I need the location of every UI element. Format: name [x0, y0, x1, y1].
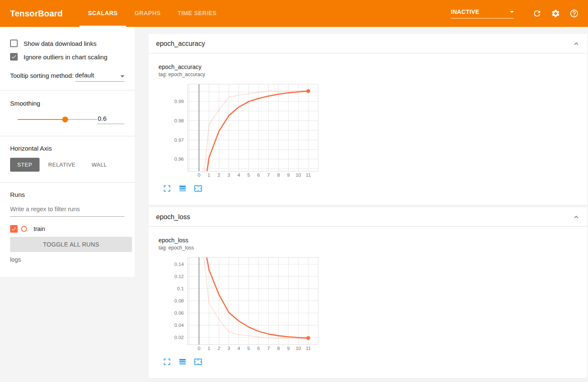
section-header-epoch-accuracy[interactable]: epoch_accuracy [148, 34, 587, 53]
divider [0, 182, 135, 183]
run-train-label: train [34, 225, 45, 232]
runs-label: Runs [10, 191, 124, 198]
svg-text:0: 0 [198, 172, 200, 178]
svg-text:1: 1 [208, 172, 210, 178]
tab-time-series[interactable]: TIME SERIES [169, 0, 225, 27]
chart-tag: tag: epoch_loss [159, 245, 587, 251]
show-download-links-label: Show data download links [24, 40, 96, 47]
tab-graphs[interactable]: GRAPHS [126, 0, 169, 27]
settings-gear-icon[interactable] [551, 9, 560, 18]
axis-step-button[interactable]: STEP [10, 158, 40, 172]
svg-text:0.02: 0.02 [175, 335, 184, 340]
chart-tag: tag: epoch_accuracy [159, 72, 587, 77]
slider-thumb[interactable] [62, 117, 68, 122]
svg-text:0.98: 0.98 [175, 118, 184, 123]
tooltip-sorting-row: Tooltip sorting method: default [10, 72, 124, 82]
slider-fill [18, 119, 65, 120]
divider [0, 90, 135, 90]
svg-text:7: 7 [267, 346, 270, 351]
tooltip-sorting-value: default [75, 72, 94, 79]
svg-text:11: 11 [306, 172, 311, 178]
help-question-icon[interactable] [569, 9, 579, 18]
run-train-checkbox[interactable] [10, 225, 18, 233]
run-row-train[interactable]: train [10, 224, 124, 233]
fit-domain-overscan-icon[interactable] [194, 184, 202, 193]
show-download-links-row[interactable]: Show data download links [10, 39, 124, 48]
app-toolbar: TensorBoard SCALARS GRAPHS TIME SERIES I… [0, 0, 588, 27]
dashboard-tabs: SCALARS GRAPHS TIME SERIES [79, 0, 225, 27]
chart-title: epoch_loss [159, 237, 587, 244]
svg-text:8: 8 [277, 346, 280, 351]
loss-line-chart[interactable]: 0.020.040.060.080.10.120.140123456789101… [159, 255, 318, 354]
svg-text:5: 5 [247, 172, 250, 178]
smoothing-value-input[interactable]: 0.6 [97, 115, 125, 124]
run-color-circle-icon[interactable] [21, 226, 27, 232]
svg-text:11: 11 [306, 346, 311, 351]
app-title: TensorBoard [10, 0, 63, 27]
check-icon [11, 54, 17, 60]
tooltip-sorting-select[interactable]: default [75, 72, 124, 82]
accuracy-line-chart[interactable]: 0.960.970.980.9901234567891011 [159, 82, 318, 181]
check-icon [11, 226, 17, 232]
ignore-outliers-checkbox[interactable] [10, 53, 18, 61]
svg-text:0.08: 0.08 [175, 298, 184, 303]
divider [0, 136, 135, 136]
svg-text:3: 3 [228, 172, 230, 178]
reload-status-value: INACTIVE [451, 8, 479, 15]
svg-text:6: 6 [257, 346, 260, 351]
svg-text:8: 8 [277, 172, 280, 178]
svg-text:0: 0 [198, 346, 200, 351]
svg-text:7: 7 [267, 172, 270, 178]
chart-title: epoch_accuracy [159, 64, 587, 70]
toggle-all-runs-button[interactable]: TOGGLE ALL RUNS [10, 237, 132, 252]
svg-text:0.1: 0.1 [177, 286, 184, 291]
epoch-accuracy-card: epoch_accuracy tag: epoch_accuracy 0.960… [148, 53, 587, 205]
svg-text:10: 10 [296, 172, 301, 178]
fullscreen-expand-icon[interactable] [163, 184, 171, 193]
svg-text:0.99: 0.99 [175, 99, 184, 104]
svg-text:2: 2 [217, 346, 220, 351]
chevron-down-icon [120, 75, 124, 77]
tab-scalars[interactable]: SCALARS [79, 0, 126, 27]
reload-status-dropdown[interactable]: INACTIVE [451, 8, 514, 19]
ignore-outliers-row[interactable]: Ignore outliers in chart scaling [10, 52, 124, 61]
svg-text:1: 1 [208, 346, 210, 351]
horizontal-axis-label: Horizontal Axis [10, 145, 124, 152]
logdir-label: logs [10, 256, 124, 263]
line-weight-log-scale-icon[interactable] [178, 358, 187, 366]
settings-sidebar: Show data download links Ignore outliers… [0, 27, 135, 277]
svg-text:4: 4 [237, 346, 240, 351]
scalars-main-pane: epoch_accuracy epoch_accuracy tag: epoch… [135, 27, 588, 378]
collapse-chevron-up-icon[interactable] [572, 40, 580, 48]
axis-wall-button[interactable]: WALL [85, 158, 114, 172]
svg-text:0.97: 0.97 [175, 138, 184, 143]
fullscreen-expand-icon[interactable] [163, 358, 171, 366]
fit-domain-overscan-icon[interactable] [194, 358, 202, 366]
tooltip-sorting-label: Tooltip sorting method: [10, 72, 75, 82]
svg-text:0.04: 0.04 [175, 323, 184, 328]
toolbar-controls: INACTIVE [451, 0, 588, 27]
section-title: epoch_loss [156, 213, 190, 221]
collapse-chevron-up-icon[interactable] [572, 213, 580, 221]
smoothing-slider-row: 0.6 [10, 115, 124, 124]
svg-text:0.06: 0.06 [175, 310, 184, 316]
section-header-epoch-loss[interactable]: epoch_loss [148, 207, 587, 227]
svg-text:4: 4 [237, 172, 240, 178]
runs-filter-input[interactable] [10, 202, 124, 217]
show-download-links-checkbox[interactable] [10, 40, 18, 47]
svg-text:9: 9 [287, 172, 289, 178]
svg-text:0.12: 0.12 [175, 274, 184, 279]
chevron-down-icon [510, 11, 514, 13]
axis-relative-button[interactable]: RELATIVE [41, 158, 83, 172]
refresh-icon[interactable] [532, 9, 542, 18]
chart-action-buttons [163, 358, 587, 366]
epoch-loss-card: epoch_loss tag: epoch_loss 0.020.040.060… [148, 227, 587, 378]
smoothing-label: Smoothing [10, 100, 124, 107]
svg-text:0.14: 0.14 [175, 262, 184, 267]
svg-text:3: 3 [228, 346, 230, 351]
svg-text:10: 10 [296, 346, 301, 351]
line-weight-log-scale-icon[interactable] [178, 184, 187, 193]
section-title: epoch_accuracy [156, 40, 205, 48]
smoothing-slider[interactable] [18, 117, 97, 122]
svg-text:2: 2 [217, 172, 220, 178]
